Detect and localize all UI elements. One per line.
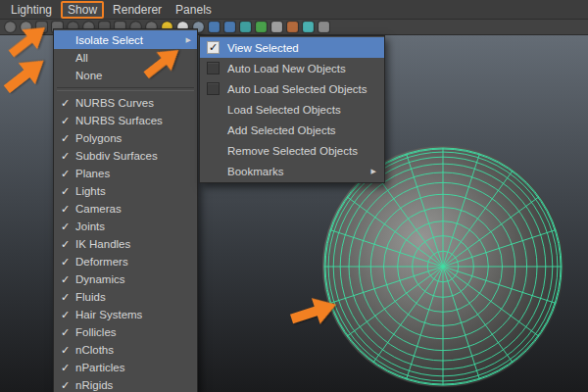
isolate-submenu-item-remove-selected-objects[interactable]: Remove Selected Objects <box>200 140 384 161</box>
show-menu-item-nurbs-surfaces[interactable]: ✓NURBS Surfaces <box>54 112 197 129</box>
menu-item-label: Cameras <box>75 203 191 215</box>
toolbar-icon-14[interactable] <box>209 22 220 32</box>
toolbar-icon-17[interactable] <box>256 22 267 32</box>
show-menu-item-dynamics[interactable]: ✓Dynamics <box>54 270 197 288</box>
menu-item-label: Remove Selected Objects <box>227 145 376 157</box>
menu-item-label: Add Selected Objects <box>227 124 376 136</box>
menu-lighting[interactable]: Lighting <box>4 1 59 19</box>
toolbar-icon-21[interactable] <box>318 22 329 32</box>
isolate-submenu-item-auto-load-new-objects[interactable]: Auto Load New Objects <box>200 58 384 78</box>
checkmark-icon: ✓ <box>61 150 75 163</box>
menu-item-label: NURBS Curves <box>75 97 191 109</box>
menubar: Lighting Show Renderer Panels <box>0 0 588 20</box>
show-menu-item-ik-handles[interactable]: ✓IK Handles <box>54 235 197 253</box>
menu-item-label: Follicles <box>75 326 191 338</box>
isolate-submenu-item-load-selected-objects[interactable]: Load Selected Objects <box>200 99 384 120</box>
show-menu-item-joints[interactable]: ✓Joints <box>54 218 197 235</box>
menu-item-label: IK Handles <box>75 238 191 250</box>
checkmark-icon: ✓ <box>61 97 75 110</box>
menu-item-label: Hair Systems <box>75 309 191 320</box>
checkbox-icon <box>207 62 220 74</box>
checkmark-icon: ✓ <box>61 238 75 251</box>
menu-item-label: Planes <box>75 168 191 179</box>
toolbar-icon-16[interactable] <box>240 22 251 32</box>
show-menu-item-fluids[interactable]: ✓Fluids <box>54 288 197 306</box>
submenu-arrow-icon: ▶ <box>186 36 191 44</box>
show-menu-item-hair-systems[interactable]: ✓Hair Systems <box>54 306 197 323</box>
checkmark-icon: ✓ <box>61 379 75 392</box>
toolbar-icon-19[interactable] <box>287 22 298 32</box>
toolbar-icon-15[interactable] <box>224 22 235 32</box>
checkmark-icon: ✓ <box>61 220 75 233</box>
checkmark-icon: ✓ <box>61 326 75 339</box>
show-menu-item-nparticles[interactable]: ✓nParticles <box>54 359 197 376</box>
checkmark-icon: ✓ <box>61 291 75 304</box>
show-menu-item-nurbs-curves[interactable]: ✓NURBS Curves <box>54 94 197 112</box>
isolate-submenu-item-bookmarks[interactable]: Bookmarks▶ <box>200 161 384 181</box>
menu-item-label: Auto Load Selected Objects <box>227 83 376 95</box>
menu-item-label: Lights <box>75 185 191 197</box>
checkmark-icon: ✓ <box>61 256 75 269</box>
toolbar-icon-18[interactable] <box>271 22 282 32</box>
show-menu-item-planes[interactable]: ✓Planes <box>54 165 197 182</box>
isolate-submenu-item-view-selected[interactable]: ✓View Selected <box>200 37 384 58</box>
checkbox-icon: ✓ <box>207 41 220 54</box>
checkmark-icon: ✓ <box>61 132 75 145</box>
checkmark-icon: ✓ <box>61 362 75 374</box>
maya-viewport-panel: { "menubar": { "items": [ {"label": "Lig… <box>0 0 588 392</box>
menu-renderer[interactable]: Renderer <box>106 1 169 19</box>
show-menu-item-polygons[interactable]: ✓Polygons <box>54 129 197 147</box>
menu-item-label: Joints <box>75 220 191 232</box>
menu-show[interactable]: Show <box>61 1 104 19</box>
show-menu-item-subdiv-surfaces[interactable]: ✓Subdiv Surfaces <box>54 147 197 165</box>
submenu-arrow-icon: ▶ <box>371 168 376 175</box>
menu-item-label: nRigids <box>75 379 191 391</box>
checkmark-icon: ✓ <box>61 115 75 127</box>
show-menu-item-lights[interactable]: ✓Lights <box>54 182 197 200</box>
isolate-submenu-item-add-selected-objects[interactable]: Add Selected Objects <box>200 120 384 140</box>
menu-item-label: Subdiv Surfaces <box>75 150 191 162</box>
menu-item-label: nParticles <box>75 362 191 373</box>
menu-separator <box>57 87 194 91</box>
isolate-select-submenu: ✓View SelectedAuto Load New ObjectsAuto … <box>199 35 385 183</box>
checkmark-icon: ✓ <box>61 203 75 216</box>
menu-item-label: View Selected <box>227 42 376 54</box>
menu-item-label: Fluids <box>75 291 191 303</box>
show-menu: Isolate Select▶AllNone✓NURBS Curves✓NURB… <box>53 28 198 392</box>
menu-item-label: Bookmarks <box>227 166 366 177</box>
toolbar-icon-20[interactable] <box>303 22 314 32</box>
menu-item-label: Polygons <box>75 132 191 144</box>
checkmark-icon: ✓ <box>61 185 75 198</box>
show-menu-item-ncloths[interactable]: ✓nCloths <box>54 341 197 359</box>
checkmark-icon: ✓ <box>61 273 75 286</box>
checkmark-icon: ✓ <box>61 309 75 321</box>
show-menu-item-deformers[interactable]: ✓Deformers <box>54 253 197 270</box>
checkmark-icon: ✓ <box>61 344 75 357</box>
menu-item-label: Auto Load New Objects <box>227 63 376 74</box>
checkbox-icon <box>207 82 220 95</box>
checkmark-icon: ✓ <box>61 168 75 180</box>
menu-item-label: NURBS Surfaces <box>75 115 191 126</box>
menu-item-label: Deformers <box>75 256 191 268</box>
menu-item-label: nCloths <box>75 344 191 356</box>
show-menu-item-follicles[interactable]: ✓Follicles <box>54 323 197 341</box>
isolate-submenu-item-auto-load-selected-objects[interactable]: Auto Load Selected Objects <box>200 78 384 99</box>
menu-item-label: Dynamics <box>75 273 191 285</box>
toolbar-icon-1[interactable] <box>5 22 16 32</box>
show-menu-item-nrigids[interactable]: ✓nRigids <box>54 376 197 392</box>
menu-item-label: Load Selected Objects <box>227 104 376 116</box>
menu-panels[interactable]: Panels <box>169 1 219 19</box>
show-menu-item-cameras[interactable]: ✓Cameras <box>54 200 197 218</box>
